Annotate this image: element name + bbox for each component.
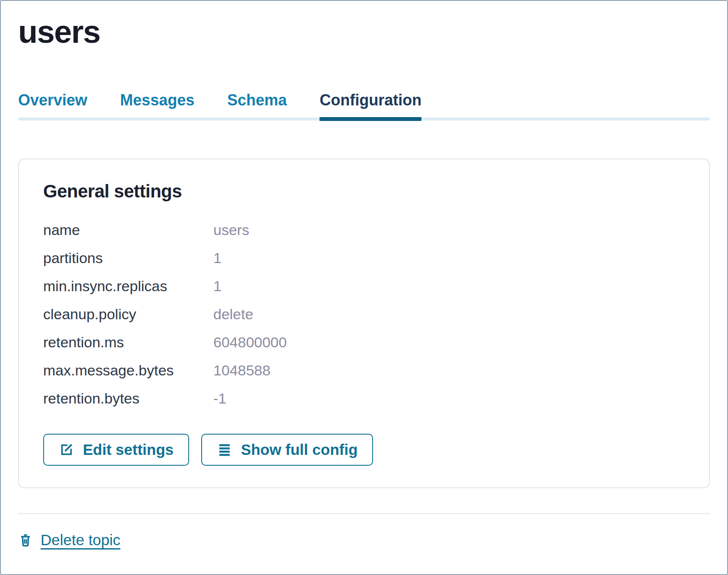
tab-bar: Overview Messages Schema Configuration xyxy=(18,91,710,121)
show-full-config-label: Show full config xyxy=(241,441,358,458)
tab-overview[interactable]: Overview xyxy=(18,91,87,121)
tab-configuration[interactable]: Configuration xyxy=(320,91,421,121)
setting-key: max.message.bytes xyxy=(43,362,213,379)
setting-key: name xyxy=(43,222,213,238)
show-full-config-button[interactable]: Show full config xyxy=(201,434,373,466)
setting-key: min.insync.replicas xyxy=(43,278,213,295)
setting-value: 604800000 xyxy=(213,334,685,351)
tab-list: Overview Messages Schema Configuration xyxy=(18,91,710,121)
edit-icon xyxy=(59,442,74,457)
settings-list: name users partitions 1 min.insync.repli… xyxy=(43,222,685,407)
trash-icon xyxy=(18,533,33,547)
page-title: users xyxy=(18,12,710,52)
general-settings-card: General settings name users partitions 1… xyxy=(18,159,710,489)
tab-schema[interactable]: Schema xyxy=(227,91,287,121)
topic-detail-page: users Overview Messages Schema Configura… xyxy=(0,0,728,575)
edit-settings-button[interactable]: Edit settings xyxy=(43,434,189,466)
delete-topic-label: Delete topic xyxy=(41,531,120,549)
tab-messages[interactable]: Messages xyxy=(120,91,194,121)
setting-value: users xyxy=(213,222,685,238)
setting-value: 1048588 xyxy=(213,362,685,379)
edit-settings-label: Edit settings xyxy=(83,441,174,458)
general-settings-heading: General settings xyxy=(43,181,685,202)
setting-key: retention.bytes xyxy=(43,390,213,407)
setting-value: 1 xyxy=(213,250,685,267)
delete-topic-link[interactable]: Delete topic xyxy=(18,531,120,549)
setting-key: cleanup.policy xyxy=(43,306,213,323)
section-divider xyxy=(18,513,710,514)
settings-actions: Edit settings Show full config xyxy=(43,434,685,466)
setting-key: retention.ms xyxy=(43,334,213,351)
setting-value: delete xyxy=(213,306,685,323)
list-rows-icon xyxy=(217,442,232,457)
setting-value: 1 xyxy=(213,278,685,295)
setting-key: partitions xyxy=(43,250,213,267)
setting-value: -1 xyxy=(213,390,685,407)
